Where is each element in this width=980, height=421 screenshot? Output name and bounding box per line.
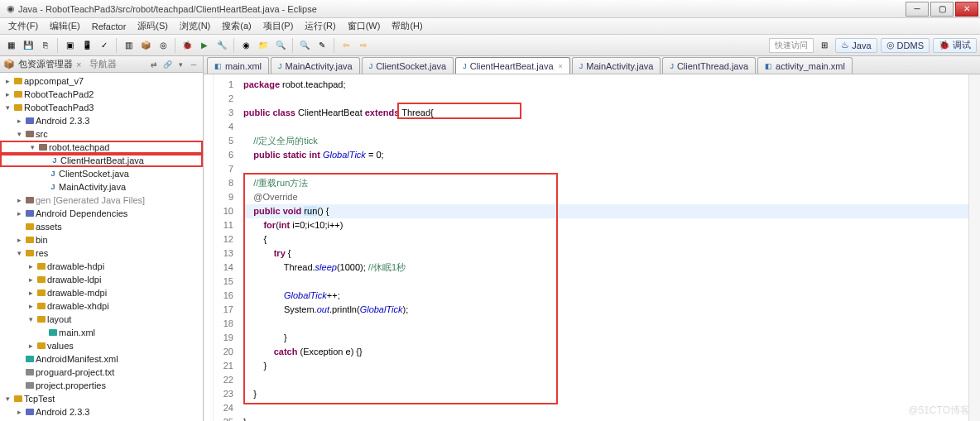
new-folder-icon[interactable]: 📁 <box>256 38 271 53</box>
tree-node[interactable]: assets <box>0 220 203 233</box>
tree-node[interactable]: project.properties <box>0 379 203 392</box>
twisty-icon[interactable]: ▸ <box>15 117 24 125</box>
twisty-icon[interactable]: ▸ <box>26 302 36 310</box>
new-package-icon[interactable]: 📦 <box>138 38 153 53</box>
avd-icon[interactable]: 📱 <box>79 38 94 53</box>
menu-item[interactable]: 帮助(H) <box>387 18 427 34</box>
code-line[interactable] <box>243 275 968 289</box>
run-icon[interactable]: ▶ <box>197 38 212 53</box>
twisty-icon[interactable]: ▸ <box>3 90 12 98</box>
code-line[interactable]: } <box>243 331 968 345</box>
quick-access-input[interactable]: 快速访问 <box>769 38 814 53</box>
code-line[interactable]: Thread.sleep(1000); //休眠1秒 <box>243 261 968 275</box>
twisty-icon[interactable]: ▸ <box>3 77 12 85</box>
menu-item[interactable]: 搜索(a) <box>217 18 256 34</box>
perspective-debug[interactable]: 🐞调试 <box>933 38 977 53</box>
tree-node[interactable]: ▸gen [Generated Java Files] <box>0 194 203 207</box>
editor-tab[interactable]: JMainActivity.java <box>572 57 661 74</box>
perspective-java[interactable]: ♨Java <box>835 38 877 53</box>
tree-node[interactable]: ▸drawable-xhdpi <box>0 299 203 313</box>
search-icon[interactable]: 🔍 <box>297 38 312 53</box>
twisty-icon[interactable]: ▸ <box>26 342 36 350</box>
save-icon[interactable]: 💾 <box>21 38 36 53</box>
twisty-icon[interactable]: ▸ <box>26 289 36 297</box>
code-line[interactable] <box>243 373 968 387</box>
editor-tab[interactable]: ◧main.xml <box>207 57 269 74</box>
menu-item[interactable]: 文件(F) <box>3 18 43 34</box>
twisty-icon[interactable]: ▸ <box>15 209 24 218</box>
twisty-icon[interactable]: ▾ <box>3 103 12 112</box>
twisty-icon[interactable]: ▾ <box>26 315 36 323</box>
open-perspective-icon[interactable]: ⊞ <box>817 38 832 53</box>
code-line[interactable]: //重载run方法 <box>243 176 968 190</box>
close-button[interactable]: ✕ <box>955 2 978 17</box>
tree-node[interactable]: ▾RobotTeachPad3 <box>0 101 203 114</box>
code-line[interactable]: } <box>243 415 968 421</box>
code-line[interactable]: try { <box>243 246 968 261</box>
collapse-icon[interactable]: ⇄ <box>148 59 160 70</box>
tree-node[interactable]: ▸bin <box>0 233 203 246</box>
tree-node[interactable]: ▸RobotTeachPad2 <box>0 88 203 101</box>
menu-item[interactable]: 窗口(W) <box>343 18 386 34</box>
tree-node[interactable]: ▸Android Dependencies <box>0 207 203 220</box>
code-line[interactable]: catch (Exception e) {} <box>243 345 968 359</box>
menu-item[interactable]: 项目(P) <box>258 18 299 34</box>
code-line[interactable]: @Override <box>243 190 968 204</box>
debug-icon[interactable]: 🐞 <box>180 38 195 53</box>
tree-node[interactable]: main.xml <box>0 326 203 339</box>
code-line[interactable] <box>243 120 968 134</box>
twisty-icon[interactable]: ▾ <box>28 143 37 151</box>
tree-node[interactable]: ▾src <box>0 127 203 141</box>
twisty-icon[interactable]: ▸ <box>26 275 36 284</box>
code-line[interactable]: package robot.teachpad; <box>243 78 968 92</box>
view-menu-icon[interactable]: ▾ <box>175 59 186 70</box>
tree-node[interactable]: ▸values <box>0 339 203 352</box>
editor-tab[interactable]: JClientThread.java <box>662 57 756 74</box>
code-line[interactable]: //定义全局的tick <box>243 134 968 148</box>
twisty-icon[interactable]: ▾ <box>15 130 24 138</box>
minimize-button[interactable]: ─ <box>906 2 929 17</box>
forward-icon[interactable]: ⇨ <box>356 38 371 53</box>
annotate-icon[interactable]: ✎ <box>315 38 329 53</box>
tree-node[interactable]: ▸drawable-hdpi <box>0 260 203 273</box>
navigator-tab[interactable]: 导航器 <box>89 58 117 70</box>
tab-close-icon[interactable]: × <box>559 62 563 70</box>
twisty-icon[interactable]: ▸ <box>15 408 24 416</box>
twisty-icon[interactable]: ▸ <box>15 236 24 244</box>
new-jclass-icon[interactable]: ◉ <box>238 38 253 53</box>
code-line[interactable]: public class ClientHeartBeat extends Thr… <box>243 106 968 120</box>
editor-tab[interactable]: JMainActivity.java <box>271 57 360 74</box>
maximize-button[interactable]: ▢ <box>930 2 954 17</box>
new-project-icon[interactable]: ▥ <box>121 38 136 53</box>
tree-node[interactable]: JClientSocket.java <box>0 167 203 180</box>
open-type-icon[interactable]: 🔍 <box>273 38 288 53</box>
tree-node[interactable]: AndroidManifest.xml <box>0 352 203 366</box>
menu-item[interactable]: 源码(S) <box>132 18 173 34</box>
tree-node[interactable]: ▾robot.teachpad <box>0 141 203 154</box>
tree-node[interactable]: ▾res <box>0 246 203 260</box>
code-line[interactable]: public static int GlobalTick = 0; <box>243 148 968 162</box>
editor-tab[interactable]: JClientSocket.java <box>362 57 454 74</box>
ext-tools-icon[interactable]: 🔧 <box>214 38 229 53</box>
overview-ruler[interactable] <box>968 74 980 421</box>
tree-node[interactable]: ▸drawable-ldpi <box>0 273 203 286</box>
editor-tab[interactable]: ◧activity_main.xml <box>757 57 853 74</box>
twisty-icon[interactable]: ▸ <box>26 262 36 270</box>
code-line[interactable] <box>243 92 968 106</box>
new-class-icon[interactable]: ◎ <box>156 38 171 53</box>
code-line[interactable]: public void run() { <box>243 204 968 218</box>
editor-tab[interactable]: JClientHeartBeat.java× <box>455 57 570 74</box>
tree-node[interactable]: ▸Android 2.3.3 <box>0 114 203 127</box>
twisty-icon[interactable]: ▸ <box>15 196 24 204</box>
code-line[interactable]: } <box>243 387 968 401</box>
code-line[interactable] <box>243 317 968 331</box>
menu-item[interactable]: 编辑(E) <box>45 18 85 34</box>
tree-node[interactable]: ▾TcpTest <box>0 392 203 405</box>
code-line[interactable]: GlobalTick++; <box>243 289 968 303</box>
code-content[interactable]: package robot.teachpad;public class Clie… <box>238 74 968 421</box>
code-line[interactable] <box>243 401 968 415</box>
sdk-icon[interactable]: ▣ <box>62 38 77 53</box>
perspective-ddms[interactable]: ◎DDMS <box>881 38 930 53</box>
new-icon[interactable]: ▦ <box>3 38 18 53</box>
code-line[interactable]: } <box>243 359 968 373</box>
